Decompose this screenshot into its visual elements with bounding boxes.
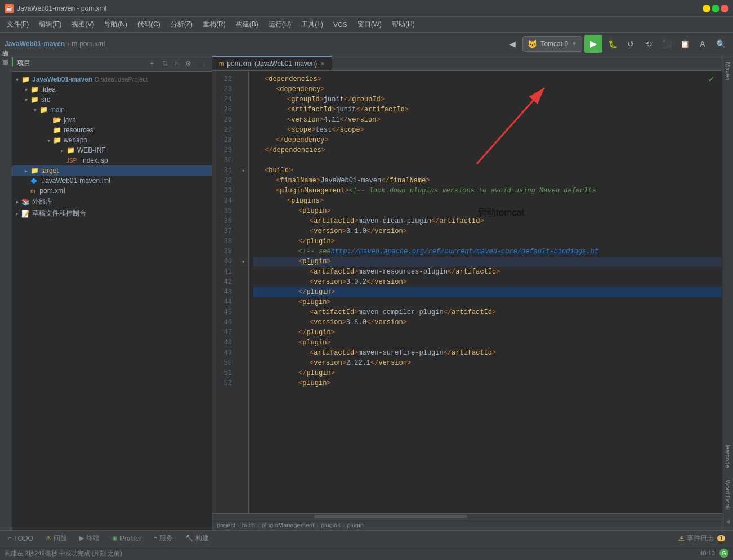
bottom-tab-events[interactable]: ⚠ 事件日志 1 bbox=[673, 532, 731, 545]
minimize-button[interactable] bbox=[703, 5, 710, 12]
breadcrumb-plugin-item[interactable]: plugin bbox=[347, 522, 363, 528]
bottom-tab-profiler[interactable]: ◉ Profiler bbox=[106, 533, 147, 544]
gutter-29 bbox=[238, 145, 248, 155]
tree-item-external-libs[interactable]: ▸ 📚 外部库 bbox=[12, 196, 212, 208]
menu-run[interactable]: 运行(U) bbox=[264, 19, 296, 30]
tree-label: WEB-INF bbox=[77, 146, 106, 154]
sidebar-tab-structure[interactable]: 结构 bbox=[0, 57, 13, 66]
tab-close-button[interactable]: ✕ bbox=[320, 61, 325, 67]
line-36: 36 bbox=[212, 216, 238, 226]
breadcrumb-file[interactable]: pom.xml bbox=[79, 40, 105, 48]
bottom-tab-terminal[interactable]: ▶ 终端 bbox=[74, 532, 105, 545]
tree-item-resources[interactable]: 📁 resources bbox=[12, 125, 212, 135]
status-right: 40:13 G bbox=[699, 549, 728, 558]
menu-code[interactable]: 代码(C) bbox=[133, 19, 165, 30]
gutter-47 bbox=[238, 328, 248, 338]
right-tab-leetcode[interactable]: leetcode bbox=[722, 440, 734, 473]
tree-item-idea[interactable]: ▾ 📁 .idea bbox=[12, 84, 212, 95]
bottom-tab-services[interactable]: ≡ 服务 bbox=[148, 532, 178, 545]
tomcat-selector[interactable]: 🐱 Tomcat 9 ▼ bbox=[522, 36, 582, 52]
project-expand-button[interactable]: ≡ bbox=[172, 59, 181, 69]
gutter-27 bbox=[238, 125, 248, 135]
breadcrumb-build-item[interactable]: build bbox=[242, 522, 255, 528]
back-button[interactable]: ◀ bbox=[504, 36, 520, 52]
tree-item-indexjsp[interactable]: JSP index.jsp bbox=[12, 155, 212, 165]
bottom-tab-build[interactable]: 🔨 构建 bbox=[180, 532, 214, 545]
gutter-31[interactable]: ▾ bbox=[238, 165, 248, 176]
close-button[interactable] bbox=[721, 5, 728, 12]
code-line-27: <scope>test</scope> bbox=[253, 125, 722, 135]
code-line-26: <version>4.11</version> bbox=[253, 115, 722, 125]
bottom-tabs: ≡ TODO ⚠ 问题 ▶ 终端 ◉ Profiler ≡ 服务 🔨 构建 ⚠ … bbox=[0, 530, 733, 546]
gutter-40[interactable]: ▾ bbox=[238, 257, 248, 267]
menu-help[interactable]: 帮助(H) bbox=[387, 19, 419, 30]
toolbar-btn-4[interactable]: 📋 bbox=[677, 36, 692, 52]
breadcrumb-project[interactable]: JavaWeb01-maven bbox=[5, 40, 65, 48]
menu-file[interactable]: 文件(F) bbox=[2, 19, 33, 30]
menu-vcs[interactable]: VCS bbox=[329, 20, 352, 30]
java-folder-icon: 📂 bbox=[53, 116, 61, 124]
tree-item-iml[interactable]: 🔷 JavaWeb01-maven.iml bbox=[12, 176, 212, 186]
menu-view[interactable]: 视图(V) bbox=[67, 19, 99, 30]
tree-item-main[interactable]: ▾ 📁 main bbox=[12, 105, 212, 115]
right-expand-icon[interactable]: ◂ bbox=[726, 517, 730, 526]
breadcrumb-plugins-item[interactable]: plugins bbox=[321, 522, 341, 528]
toolbar-btn-2[interactable]: ⟲ bbox=[641, 36, 656, 52]
line-30: 30 bbox=[212, 155, 238, 165]
line-37: 37 bbox=[212, 226, 238, 236]
right-tab-maven[interactable]: Maven bbox=[722, 57, 734, 85]
code-line-40: <plugin> bbox=[253, 257, 722, 267]
project-settings-button[interactable]: ⚙ bbox=[183, 59, 194, 69]
gutter-22 bbox=[238, 74, 248, 84]
code-line-51: </plugin> bbox=[253, 368, 722, 378]
breadcrumb-icon: m bbox=[71, 40, 77, 48]
menu-analyze[interactable]: 分析(Z) bbox=[166, 19, 197, 30]
status-text: 构建在 2秒249毫秒 中成功完成 (片刻 之前) bbox=[5, 550, 122, 557]
menu-edit[interactable]: 编辑(E) bbox=[34, 19, 66, 30]
toolbar-btn-1[interactable]: ↺ bbox=[623, 36, 638, 52]
tree-item-scratch[interactable]: ▸ 📝 草稿文件和控制台 bbox=[12, 208, 212, 219]
tree-item-target[interactable]: ▸ 📁 target bbox=[12, 165, 212, 176]
project-add-button[interactable]: ＋ bbox=[146, 57, 158, 69]
menu-refactor[interactable]: 重构(R) bbox=[198, 19, 230, 30]
tree-item-java[interactable]: 📂 java bbox=[12, 115, 212, 125]
code-line-23: <dependency> bbox=[253, 84, 722, 95]
git-icon[interactable]: G bbox=[719, 549, 728, 558]
gutter-25 bbox=[238, 105, 248, 115]
line-41: 41 bbox=[212, 267, 238, 277]
project-sort-button[interactable]: ⇅ bbox=[160, 59, 170, 69]
toolbar-btn-5[interactable]: A bbox=[695, 36, 710, 52]
maximize-button[interactable] bbox=[712, 5, 719, 12]
debug-button[interactable]: 🐛 bbox=[605, 36, 620, 52]
code-line-36: <artifactId>maven-clean-plugin</artifact… bbox=[253, 216, 722, 226]
menu-nav[interactable]: 导航(N) bbox=[100, 19, 132, 30]
tree-item-pomxml[interactable]: m pom.xml bbox=[12, 186, 212, 196]
toolbar-btn-3[interactable]: ⬛ bbox=[659, 36, 674, 52]
code-content[interactable]: <dependencies> <dependency> <groupId>jun… bbox=[249, 71, 722, 513]
tree-item-webinf[interactable]: ▸ 📁 WEB-INF bbox=[12, 145, 212, 155]
bottom-tab-todo[interactable]: ≡ TODO bbox=[2, 533, 39, 544]
tree-label: java bbox=[64, 116, 76, 124]
menu-window[interactable]: 窗口(W) bbox=[353, 19, 386, 30]
tree-item-root[interactable]: ▾ 📁 JavaWeb01-maven D:\idea\IdeaProject bbox=[12, 74, 212, 84]
menu-tools[interactable]: 工具(L) bbox=[297, 19, 328, 30]
right-tab-wordbook[interactable]: Word Book bbox=[722, 475, 734, 514]
h-scrollbar[interactable] bbox=[212, 513, 722, 519]
menu-build[interactable]: 构建(B) bbox=[231, 19, 263, 30]
breadcrumb-pluginmgmt-item[interactable]: pluginManagement bbox=[262, 522, 315, 528]
gutter-52 bbox=[238, 378, 248, 388]
tree-item-src[interactable]: ▾ 📁 src bbox=[12, 95, 212, 105]
bottom-tab-problems[interactable]: ⚠ 问题 bbox=[40, 532, 73, 545]
code-editor[interactable]: 22 23 24 25 26 27 28 29 30 31 32 33 34 3… bbox=[212, 71, 722, 513]
sidebar-tab-favorites[interactable]: 收藏夹 bbox=[0, 66, 13, 75]
toolbar-btn-6[interactable]: 🔍 bbox=[713, 36, 728, 52]
target-folder-icon: 📁 bbox=[30, 167, 39, 174]
h-scroll-thumb[interactable] bbox=[314, 515, 467, 518]
editor-tab-pomxml[interactable]: m pom.xml (JavaWeb01-maven) ✕ bbox=[212, 56, 332, 70]
breadcrumb-project-item[interactable]: project bbox=[217, 522, 235, 528]
project-close-button[interactable]: — bbox=[196, 59, 207, 69]
run-button[interactable]: ▶ bbox=[584, 35, 602, 53]
tree-item-webapp[interactable]: ▾ 📁 webapp bbox=[12, 135, 212, 145]
gutter-44 bbox=[238, 297, 248, 307]
line-29: 29 bbox=[212, 145, 238, 155]
